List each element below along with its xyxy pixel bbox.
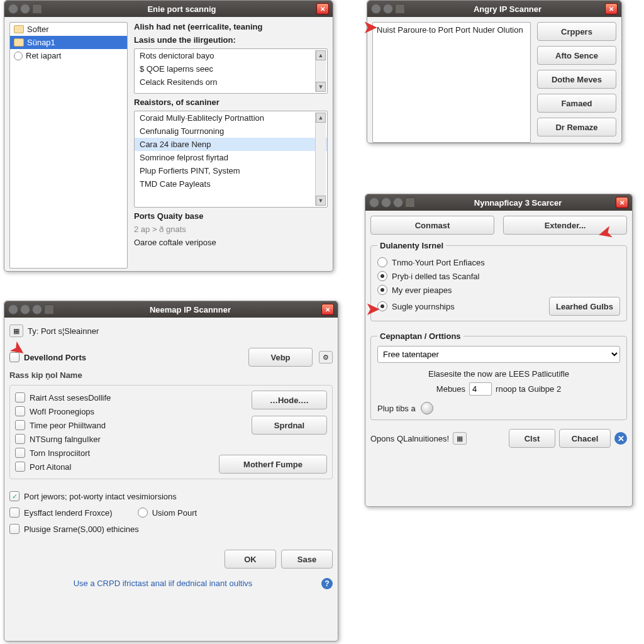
crppers-button[interactable]: Crppers [537,22,616,41]
list-item[interactable]: $ QOE laperns seec [135,62,327,75]
radio-label: Tnmo·Yourt Port Enfiaces [392,258,485,267]
conmast-button[interactable]: Conmast [370,216,494,235]
window-control-icon[interactable] [8,4,18,14]
mother-fumpe-button[interactable]: Motherf Fumpe [219,455,327,474]
afto-sence-button[interactable]: Afto Sence [537,46,616,65]
radio-row[interactable]: Tnmo·Yourt Port Enfiaces [377,255,620,269]
mode-select[interactable]: Free tatentaper [377,346,620,363]
radio-row[interactable]: Pryb·i delled tas Scanfal [377,269,620,283]
dothe-meves-button[interactable]: Dothe Meves [537,70,616,89]
list-item[interactable]: TMD Cate Payleats [135,177,327,191]
tree-label: Softer [27,25,49,34]
checkbox[interactable] [15,420,25,430]
titlebar[interactable]: Enie port scannig ✕ [4,1,333,17]
famaed-button[interactable]: Famaed [537,94,616,113]
window-control-icon[interactable] [8,304,18,314]
listbox[interactable]: Coraid Mully·Eablitecly Portnattion Cenf… [134,111,328,208]
heading: Alish had net (eerricalite, teaning [134,22,328,31]
list-item[interactable]: Cenfunalig Tourrnoning [135,125,327,138]
close-icon[interactable]: ✕ [616,197,628,208]
window-control-icon[interactable] [393,197,403,208]
check-row[interactable]: WofI Proonegiops [15,404,245,418]
help-icon[interactable]: ? [321,578,333,589]
sase-button[interactable]: Sase [281,550,333,569]
hode-button[interactable]: …Hode.… [252,391,327,409]
close-icon[interactable]: ✕ [316,3,329,14]
radio[interactable] [377,285,387,295]
help-link[interactable]: Use a CRPD ifrictast anal iif dednical i… [9,576,316,591]
clst-button[interactable]: Clst [509,429,555,448]
window-control-icon[interactable] [20,4,30,14]
tree-item[interactable]: Sünap1 [10,36,127,49]
checkbox[interactable] [15,434,25,444]
scroll-down-icon[interactable]: ▼ [316,82,326,92]
textarea[interactable]: Nuist Paroure·to Port Port Nuder Olution [372,22,531,143]
checkbox[interactable]: ✓ [9,491,19,501]
window-control-icon[interactable] [395,4,405,14]
window-title: Enie port scannig [47,4,316,14]
ok-button[interactable]: OK [225,550,276,569]
checkbox[interactable] [15,462,25,472]
gear-icon[interactable]: ⚙ [319,351,333,364]
radio[interactable] [377,271,387,281]
list-item[interactable]: Cara 24 ibare Nenp [135,138,327,151]
list-item[interactable]: Coraid Mully·Eablitecly Portnattion [135,111,327,125]
titlebar[interactable]: Neemap IP Scannner ✕ [4,301,338,318]
checkbox[interactable] [15,406,25,416]
window-control-icon[interactable] [381,197,391,208]
radio[interactable] [138,508,148,518]
checkbox[interactable] [15,392,25,402]
check-row[interactable]: Torn Insprociitort [15,446,245,460]
close-icon[interactable]: ✕ [321,304,334,315]
mebues-input[interactable] [469,382,492,396]
scroll-up-icon[interactable]: ▲ [316,113,326,123]
radio-row[interactable]: Usiom Pourt [138,506,197,519]
window-control-icon[interactable] [20,304,30,314]
radio-row[interactable]: Sugle yournships [377,299,544,313]
scrollbar[interactable]: ▲▼ [315,50,326,92]
window-control-icon[interactable] [32,4,42,14]
sprdnal-button[interactable]: Sprdnal [252,416,327,435]
vebp-button[interactable]: Vebp [248,348,313,367]
scroll-up-icon[interactable]: ▲ [316,50,326,60]
tree-item[interactable]: Ret iapart [10,49,127,62]
check-row[interactable]: NTSurng falnguIker [15,432,245,446]
window-control-icon[interactable] [32,304,42,314]
window-control-icon[interactable] [44,304,54,314]
close-icon[interactable]: ✕ [605,3,618,14]
checkbox[interactable] [9,508,19,518]
radio[interactable] [377,257,387,267]
tree-item[interactable]: Softer [10,23,127,36]
check-row[interactable]: ✓Port jewors; pot-worty intact vesimiors… [9,489,333,503]
check-label: Rairt Asst sesesDollife [30,393,111,402]
list-item[interactable]: Rots denictoral bayo [135,49,327,62]
checkbox[interactable] [15,448,25,458]
check-row[interactable]: Port Aitonal [15,460,245,474]
slider[interactable] [421,402,433,414]
listbox[interactable]: Rots denictoral bayo $ QOE laperns seec … [134,48,328,94]
dr-remaze-button[interactable]: Dr Remaze [537,118,616,136]
window-control-icon[interactable] [369,197,379,208]
options-icon[interactable]: ▦ [453,432,467,445]
check-row[interactable]: Eysffact lenderd Froxce) [9,506,113,519]
window-control-icon[interactable] [383,4,393,14]
list-item[interactable]: Somrinoe felprost fiyrtad [135,151,327,164]
learhed-button[interactable]: Learhed Gulbs [549,297,620,316]
chacel-button[interactable]: Chacel [559,429,611,448]
window-control-icon[interactable] [405,197,415,208]
check-row[interactable]: Rairt Asst sesesDollife [15,391,245,404]
check-row[interactable]: Time peor Phiiltwand [15,418,245,432]
titlebar[interactable]: Nynnapficay 3 Scarcer ✕ [365,194,632,211]
list-item[interactable]: Plup Forfierts PINT, System [135,164,327,177]
checkbox[interactable] [9,524,19,534]
titlebar[interactable]: Angry IP Scanner ✕ [367,1,621,17]
x-circle-icon[interactable]: ✕ [614,432,627,445]
list-item[interactable]: Celack Resitends orn [135,75,327,89]
slider-knob-icon[interactable] [421,402,433,414]
check-row[interactable]: Plusige Srarne(S,000) ethicines [9,522,333,536]
scroll-down-icon[interactable]: ▼ [316,196,326,206]
sidebar-tree[interactable]: Softer Sünap1 Ret iapart [9,22,128,269]
radio-row[interactable]: My ever pieapes [377,283,620,297]
scrollbar[interactable]: ▲▼ [315,113,326,206]
window-control-icon[interactable] [371,4,381,14]
